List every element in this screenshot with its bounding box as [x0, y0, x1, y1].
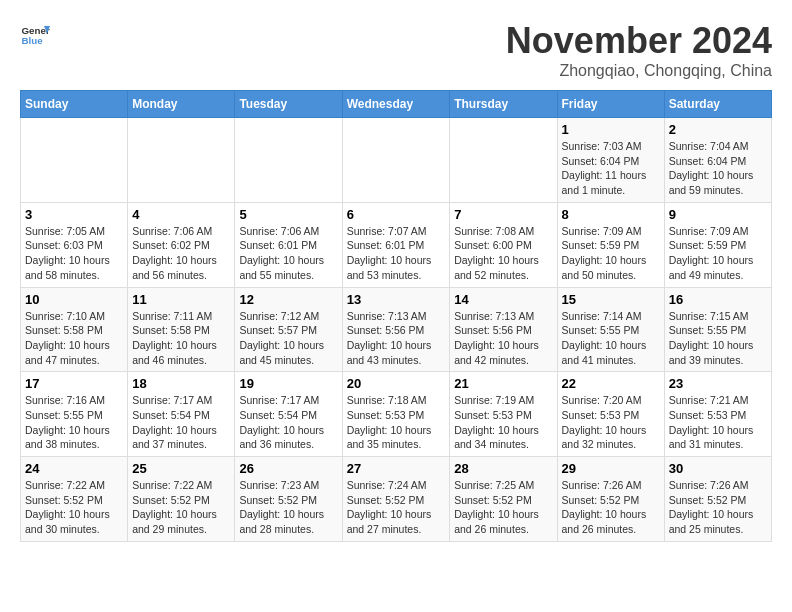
- calendar-cell: 23Sunrise: 7:21 AM Sunset: 5:53 PM Dayli…: [664, 372, 771, 457]
- day-info: Sunrise: 7:13 AM Sunset: 5:56 PM Dayligh…: [454, 310, 539, 366]
- day-number: 6: [347, 207, 446, 222]
- day-number: 25: [132, 461, 230, 476]
- day-info: Sunrise: 7:14 AM Sunset: 5:55 PM Dayligh…: [562, 310, 647, 366]
- day-number: 2: [669, 122, 767, 137]
- calendar-week-row: 10Sunrise: 7:10 AM Sunset: 5:58 PM Dayli…: [21, 287, 772, 372]
- day-number: 4: [132, 207, 230, 222]
- day-of-week-header: Wednesday: [342, 91, 450, 118]
- day-info: Sunrise: 7:13 AM Sunset: 5:56 PM Dayligh…: [347, 310, 432, 366]
- calendar-table: SundayMondayTuesdayWednesdayThursdayFrid…: [20, 90, 772, 542]
- day-info: Sunrise: 7:19 AM Sunset: 5:53 PM Dayligh…: [454, 394, 539, 450]
- calendar-cell: 12Sunrise: 7:12 AM Sunset: 5:57 PM Dayli…: [235, 287, 342, 372]
- calendar-cell: 26Sunrise: 7:23 AM Sunset: 5:52 PM Dayli…: [235, 457, 342, 542]
- day-info: Sunrise: 7:26 AM Sunset: 5:52 PM Dayligh…: [669, 479, 754, 535]
- day-number: 19: [239, 376, 337, 391]
- calendar-cell: 14Sunrise: 7:13 AM Sunset: 5:56 PM Dayli…: [450, 287, 557, 372]
- day-info: Sunrise: 7:21 AM Sunset: 5:53 PM Dayligh…: [669, 394, 754, 450]
- calendar-cell: 29Sunrise: 7:26 AM Sunset: 5:52 PM Dayli…: [557, 457, 664, 542]
- day-info: Sunrise: 7:16 AM Sunset: 5:55 PM Dayligh…: [25, 394, 110, 450]
- day-info: Sunrise: 7:18 AM Sunset: 5:53 PM Dayligh…: [347, 394, 432, 450]
- day-number: 23: [669, 376, 767, 391]
- logo: General Blue: [20, 20, 50, 50]
- calendar-cell: 10Sunrise: 7:10 AM Sunset: 5:58 PM Dayli…: [21, 287, 128, 372]
- calendar-cell: [235, 118, 342, 203]
- calendar-cell: [450, 118, 557, 203]
- day-info: Sunrise: 7:15 AM Sunset: 5:55 PM Dayligh…: [669, 310, 754, 366]
- calendar-cell: 11Sunrise: 7:11 AM Sunset: 5:58 PM Dayli…: [128, 287, 235, 372]
- day-info: Sunrise: 7:22 AM Sunset: 5:52 PM Dayligh…: [132, 479, 217, 535]
- calendar-cell: 17Sunrise: 7:16 AM Sunset: 5:55 PM Dayli…: [21, 372, 128, 457]
- day-number: 1: [562, 122, 660, 137]
- calendar-cell: 20Sunrise: 7:18 AM Sunset: 5:53 PM Dayli…: [342, 372, 450, 457]
- calendar-cell: 27Sunrise: 7:24 AM Sunset: 5:52 PM Dayli…: [342, 457, 450, 542]
- day-of-week-header: Saturday: [664, 91, 771, 118]
- calendar-week-row: 17Sunrise: 7:16 AM Sunset: 5:55 PM Dayli…: [21, 372, 772, 457]
- day-number: 14: [454, 292, 552, 307]
- day-info: Sunrise: 7:04 AM Sunset: 6:04 PM Dayligh…: [669, 140, 754, 196]
- day-info: Sunrise: 7:25 AM Sunset: 5:52 PM Dayligh…: [454, 479, 539, 535]
- calendar-week-row: 1Sunrise: 7:03 AM Sunset: 6:04 PM Daylig…: [21, 118, 772, 203]
- day-number: 15: [562, 292, 660, 307]
- calendar-body: 1Sunrise: 7:03 AM Sunset: 6:04 PM Daylig…: [21, 118, 772, 542]
- calendar-cell: 30Sunrise: 7:26 AM Sunset: 5:52 PM Dayli…: [664, 457, 771, 542]
- calendar-week-row: 24Sunrise: 7:22 AM Sunset: 5:52 PM Dayli…: [21, 457, 772, 542]
- day-info: Sunrise: 7:26 AM Sunset: 5:52 PM Dayligh…: [562, 479, 647, 535]
- day-number: 18: [132, 376, 230, 391]
- day-number: 16: [669, 292, 767, 307]
- calendar-cell: 24Sunrise: 7:22 AM Sunset: 5:52 PM Dayli…: [21, 457, 128, 542]
- day-info: Sunrise: 7:17 AM Sunset: 5:54 PM Dayligh…: [239, 394, 324, 450]
- day-number: 17: [25, 376, 123, 391]
- calendar-cell: 15Sunrise: 7:14 AM Sunset: 5:55 PM Dayli…: [557, 287, 664, 372]
- day-info: Sunrise: 7:11 AM Sunset: 5:58 PM Dayligh…: [132, 310, 217, 366]
- day-number: 28: [454, 461, 552, 476]
- calendar-cell: [128, 118, 235, 203]
- day-of-week-header: Tuesday: [235, 91, 342, 118]
- day-info: Sunrise: 7:24 AM Sunset: 5:52 PM Dayligh…: [347, 479, 432, 535]
- day-number: 11: [132, 292, 230, 307]
- day-number: 8: [562, 207, 660, 222]
- calendar-cell: 19Sunrise: 7:17 AM Sunset: 5:54 PM Dayli…: [235, 372, 342, 457]
- day-number: 5: [239, 207, 337, 222]
- day-number: 9: [669, 207, 767, 222]
- month-title: November 2024: [506, 20, 772, 62]
- calendar-cell: 2Sunrise: 7:04 AM Sunset: 6:04 PM Daylig…: [664, 118, 771, 203]
- day-number: 22: [562, 376, 660, 391]
- day-info: Sunrise: 7:20 AM Sunset: 5:53 PM Dayligh…: [562, 394, 647, 450]
- day-number: 13: [347, 292, 446, 307]
- calendar-cell: 1Sunrise: 7:03 AM Sunset: 6:04 PM Daylig…: [557, 118, 664, 203]
- day-info: Sunrise: 7:07 AM Sunset: 6:01 PM Dayligh…: [347, 225, 432, 281]
- calendar-cell: [21, 118, 128, 203]
- svg-text:Blue: Blue: [22, 35, 44, 46]
- day-info: Sunrise: 7:23 AM Sunset: 5:52 PM Dayligh…: [239, 479, 324, 535]
- calendar-cell: 4Sunrise: 7:06 AM Sunset: 6:02 PM Daylig…: [128, 202, 235, 287]
- day-number: 10: [25, 292, 123, 307]
- calendar-header-row: SundayMondayTuesdayWednesdayThursdayFrid…: [21, 91, 772, 118]
- day-number: 20: [347, 376, 446, 391]
- day-info: Sunrise: 7:22 AM Sunset: 5:52 PM Dayligh…: [25, 479, 110, 535]
- calendar-cell: 8Sunrise: 7:09 AM Sunset: 5:59 PM Daylig…: [557, 202, 664, 287]
- calendar-cell: 16Sunrise: 7:15 AM Sunset: 5:55 PM Dayli…: [664, 287, 771, 372]
- calendar-cell: 5Sunrise: 7:06 AM Sunset: 6:01 PM Daylig…: [235, 202, 342, 287]
- day-info: Sunrise: 7:17 AM Sunset: 5:54 PM Dayligh…: [132, 394, 217, 450]
- calendar-week-row: 3Sunrise: 7:05 AM Sunset: 6:03 PM Daylig…: [21, 202, 772, 287]
- day-number: 29: [562, 461, 660, 476]
- day-info: Sunrise: 7:05 AM Sunset: 6:03 PM Dayligh…: [25, 225, 110, 281]
- day-info: Sunrise: 7:09 AM Sunset: 5:59 PM Dayligh…: [562, 225, 647, 281]
- page-header: General Blue November 2024 Zhongqiao, Ch…: [20, 20, 772, 80]
- day-info: Sunrise: 7:09 AM Sunset: 5:59 PM Dayligh…: [669, 225, 754, 281]
- day-of-week-header: Monday: [128, 91, 235, 118]
- calendar-cell: 6Sunrise: 7:07 AM Sunset: 6:01 PM Daylig…: [342, 202, 450, 287]
- day-number: 12: [239, 292, 337, 307]
- calendar-cell: 9Sunrise: 7:09 AM Sunset: 5:59 PM Daylig…: [664, 202, 771, 287]
- day-info: Sunrise: 7:10 AM Sunset: 5:58 PM Dayligh…: [25, 310, 110, 366]
- day-number: 7: [454, 207, 552, 222]
- day-number: 27: [347, 461, 446, 476]
- day-of-week-header: Sunday: [21, 91, 128, 118]
- day-number: 21: [454, 376, 552, 391]
- calendar-cell: [342, 118, 450, 203]
- title-block: November 2024 Zhongqiao, Chongqing, Chin…: [506, 20, 772, 80]
- calendar-cell: 3Sunrise: 7:05 AM Sunset: 6:03 PM Daylig…: [21, 202, 128, 287]
- location-subtitle: Zhongqiao, Chongqing, China: [506, 62, 772, 80]
- calendar-cell: 7Sunrise: 7:08 AM Sunset: 6:00 PM Daylig…: [450, 202, 557, 287]
- logo-icon: General Blue: [20, 20, 50, 50]
